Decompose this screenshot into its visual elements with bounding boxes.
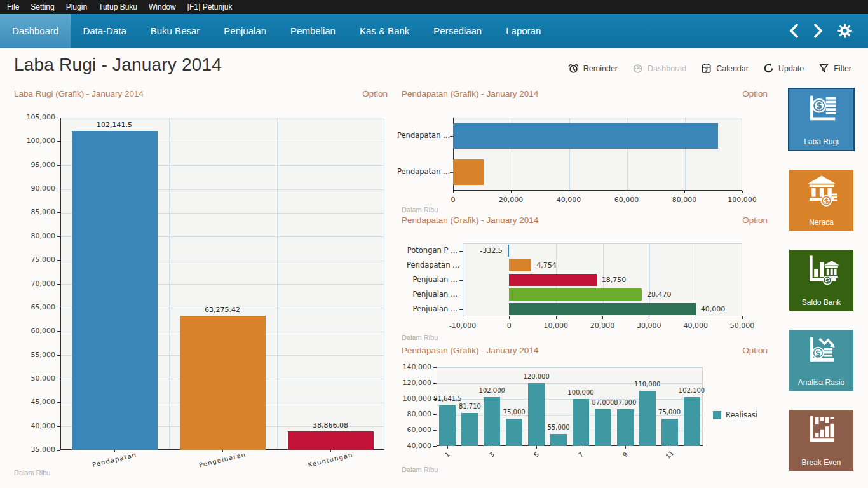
x-axis-tick: 30,000 [627, 322, 671, 330]
x-axis-tick: 40,000 [546, 196, 591, 204]
menu-item-plugin[interactable]: Plugin [60, 0, 93, 14]
panel-title: Pendapatan (Grafik) - January 2014 [402, 215, 538, 225]
y-axis-category: Pendapatan ... [407, 261, 458, 269]
x-axis-tick: 60,000 [604, 196, 649, 204]
page-title: Laba Rugi - January 2014 [14, 55, 222, 75]
menu-bar: FileSettingPluginTutup BukuWindow[F1] Pe… [0, 0, 868, 14]
tile-label: Analisa Rasio [789, 378, 853, 387]
bar-value-label: 4,754 [536, 261, 557, 269]
y-axis-tick: 60,000 [15, 327, 55, 335]
tab-dashboard[interactable]: Dashboard [0, 14, 71, 48]
menu-item-window[interactable]: Window [143, 0, 182, 14]
panel-title: Pendapatan (Grafik) - January 2014 [402, 346, 538, 355]
tab-buku-besar[interactable]: Buku Besar [139, 14, 212, 48]
x-axis-tick: 1 [444, 451, 451, 458]
bar-month-11 [661, 419, 678, 446]
bar-value-label: 40,000 [701, 305, 726, 313]
y-axis-tick: 45,000 [15, 398, 55, 406]
bar-month-1 [439, 405, 456, 446]
x-axis-tick: Pendapatan [92, 451, 137, 468]
shortcut-sidebar: $Laba Rugi$Neraca$Saldo Bank$Analisa Ras… [789, 89, 853, 471]
y-axis-category: Potongan P ... [407, 246, 458, 255]
tile-label: Laba Rugi [789, 137, 853, 146]
laba-rugi-icon: $ [789, 93, 853, 126]
legend-label: Realisasi [726, 410, 757, 419]
y-axis-tick: 95,000 [15, 161, 55, 169]
gear-icon[interactable] [837, 23, 853, 39]
tab-pembelian[interactable]: Pembelian [278, 14, 348, 48]
bar-value-label: 55,000 [548, 424, 570, 431]
y-axis-tick: 105,000 [15, 113, 55, 121]
y-axis-category: Penjualan ... [407, 275, 458, 284]
bar-keuntungan [288, 431, 374, 450]
option-link[interactable]: Option [362, 89, 388, 98]
tile-break-even[interactable]: Break Even [789, 410, 853, 471]
menu-item-f1-petunjuk[interactable]: [F1] Petunjuk [182, 0, 238, 14]
bar-value-label: 120,000 [523, 373, 549, 380]
nav-right-icons [789, 14, 868, 48]
header-actions: ReminderDashborad7CalendarUpdateFilter [568, 63, 851, 74]
bar-pendapatan-2 [509, 259, 531, 271]
action-button-reminder[interactable]: Reminder [568, 63, 618, 74]
bar-value-label: 75,000 [503, 409, 526, 416]
tab-persediaan[interactable]: Persediaan [421, 14, 494, 48]
x-axis-tick: 5 [532, 451, 540, 458]
bar-value-label: 102,141.5 [97, 121, 132, 129]
option-link[interactable]: Option [742, 215, 768, 225]
bar-value-label: -332.5 [480, 247, 502, 255]
action-label: Dashborad [648, 64, 686, 73]
panel-title: Pendapatan (Grafik) - January 2014 [402, 89, 538, 98]
option-link[interactable]: Option [742, 346, 768, 355]
bar-pendapatan [72, 131, 158, 450]
menu-item-tutup-buku[interactable]: Tutup Buku [93, 0, 143, 14]
tab-penjualan[interactable]: Penjualan [212, 14, 278, 48]
y-axis-tick: 35,000 [15, 445, 55, 454]
chevron-right-icon[interactable] [813, 24, 824, 38]
svg-text:$: $ [815, 349, 821, 358]
option-link[interactable]: Option [742, 89, 768, 98]
x-axis-tick: 0 [487, 322, 531, 330]
tile-saldo-bank[interactable]: $Saldo Bank [789, 250, 853, 311]
bar-month-5 [528, 383, 545, 446]
tile-analisa-rasio[interactable]: $Analisa Rasio [789, 330, 853, 391]
tab-laporan[interactable]: Laporan [494, 14, 553, 48]
y-axis-category: Pendapatan ... [397, 131, 448, 140]
action-label: Filter [834, 64, 851, 73]
unit-note: Dalam Ribu [14, 469, 50, 477]
gauge-icon [632, 63, 643, 74]
bar-potongan-p-1 [508, 245, 510, 257]
action-label: Reminder [583, 64, 618, 73]
tab-kas-bank[interactable]: Kas & Bank [348, 14, 421, 48]
bar-month-10 [639, 391, 656, 446]
y-axis-tick: 55,000 [15, 351, 55, 359]
action-button-filter[interactable]: Filter [818, 63, 851, 74]
analisa-rasio-icon: $ [789, 334, 853, 367]
x-axis-tick: 20,000 [489, 196, 533, 204]
unit-note: Dalam Ribu [402, 334, 438, 341]
menu-item-setting[interactable]: Setting [25, 0, 60, 14]
chevron-left-icon[interactable] [789, 24, 799, 38]
panel-pendapatan-chart-2: Pendapatan (Grafik) - January 2014 Optio… [402, 215, 769, 346]
tile-neraca[interactable]: $Neraca [789, 170, 853, 231]
bar-month-8 [595, 409, 611, 446]
svg-text:$: $ [816, 100, 822, 111]
break-even-icon [789, 414, 853, 447]
tile-laba-rugi[interactable]: $Laba Rugi [789, 89, 853, 150]
panel-laba-rugi-chart: Laba Rugi (Grafik) - January 2014 Option… [14, 89, 389, 480]
bar-month-2 [461, 413, 478, 446]
bar-penjualan-5 [509, 303, 695, 315]
bar-value-label: 102,000 [479, 387, 505, 394]
action-button-dashborad: Dashborad [632, 63, 686, 74]
x-axis-tick: 7 [577, 451, 585, 458]
action-button-calendar[interactable]: 7Calendar [701, 63, 749, 74]
action-button-update[interactable]: Update [763, 63, 804, 74]
tab-data-data[interactable]: Data-Data [71, 14, 138, 48]
calendar-icon: 7 [701, 63, 712, 74]
x-axis-tick: 80,000 [662, 196, 707, 204]
bar-value-label: 81,710 [459, 403, 481, 410]
app-window: { "menubar": { "items": ["File", "Settin… [0, 0, 868, 488]
y-axis-tick: 140,000 [391, 363, 431, 371]
menu-item-file[interactable]: File [1, 0, 25, 14]
x-axis-tick: 50,000 [720, 322, 764, 330]
bar-month-6 [550, 434, 567, 446]
